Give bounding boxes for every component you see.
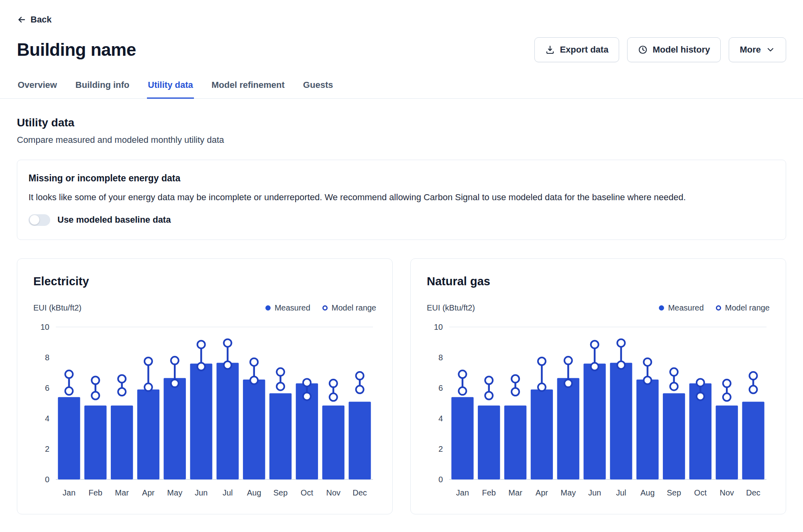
chevron-down-icon [766, 45, 775, 55]
svg-text:Apr: Apr [536, 488, 548, 497]
svg-text:Dec: Dec [353, 488, 367, 497]
chart-title: Electricity [33, 275, 376, 288]
back-label: Back [31, 14, 52, 25]
svg-text:Nov: Nov [326, 488, 340, 497]
natural-gas-chart: 0246810JanFebMarAprMayJunJulAugSepOctNov… [427, 318, 770, 504]
svg-text:10: 10 [41, 323, 49, 331]
title-row: Building name Export data Model history … [17, 37, 786, 62]
svg-text:Oct: Oct [301, 488, 314, 497]
svg-text:Sep: Sep [667, 488, 681, 497]
y-axis-label: EUI (kBtu/ft2) [427, 303, 475, 313]
legend-item-model-range: Model range [322, 303, 376, 313]
legend-measured-label: Measured [275, 303, 310, 313]
electricity-chart: 0246810JanFebMarAprMayJunJulAugSepOctNov… [33, 318, 376, 504]
arrow-left-icon [17, 15, 26, 24]
tab-utility-data[interactable]: Utility data [147, 76, 194, 99]
download-icon [545, 45, 555, 55]
electricity-chart-card: Electricity EUI (kBtu/ft2) Measured Mode… [17, 258, 393, 514]
tab-bar: Overview Building info Utility data Mode… [0, 76, 803, 99]
legend-item-measured: Measured [659, 303, 704, 313]
svg-text:6: 6 [45, 384, 49, 392]
alert-title: Missing or incomplete energy data [29, 173, 774, 184]
svg-text:6: 6 [438, 384, 443, 392]
svg-text:Mar: Mar [115, 488, 129, 497]
chart-meta-row: EUI (kBtu/ft2) Measured Model range [33, 303, 376, 313]
chart-meta-row: EUI (kBtu/ft2) Measured Model range [427, 303, 770, 313]
more-label: More [740, 45, 761, 55]
svg-text:8: 8 [438, 353, 443, 362]
svg-text:0: 0 [438, 475, 443, 484]
tab-building-info[interactable]: Building info [75, 76, 130, 99]
page-title: Building name [17, 40, 136, 60]
y-axis-label: EUI (kBtu/ft2) [33, 303, 82, 313]
model-history-button[interactable]: Model history [627, 37, 721, 62]
legend-model-range-label: Model range [332, 303, 376, 313]
model-range-dot-icon [322, 305, 328, 311]
svg-text:May: May [560, 488, 576, 497]
svg-text:Sep: Sep [273, 488, 288, 497]
svg-text:Aug: Aug [247, 488, 261, 497]
tab-guests[interactable]: Guests [302, 76, 334, 99]
use-modeled-baseline-toggle[interactable] [29, 214, 50, 226]
svg-text:8: 8 [45, 353, 49, 362]
svg-text:Jun: Jun [195, 488, 208, 497]
export-data-label: Export data [560, 45, 608, 55]
svg-text:Jul: Jul [616, 488, 626, 497]
measured-dot-icon [659, 305, 664, 311]
svg-text:Jul: Jul [222, 488, 233, 497]
legend-item-measured: Measured [265, 303, 310, 313]
svg-text:Feb: Feb [89, 488, 102, 497]
toggle-label: Use modeled baseline data [57, 215, 171, 225]
svg-text:Dec: Dec [746, 488, 760, 497]
clock-icon [638, 45, 648, 55]
section-subtitle: Compare measured and modeled monthly uti… [17, 135, 786, 145]
export-data-button[interactable]: Export data [534, 37, 619, 62]
svg-text:Nov: Nov [719, 488, 734, 497]
svg-text:Aug: Aug [640, 488, 655, 497]
legend-model-range-label: Model range [725, 303, 770, 313]
tab-model-refinement[interactable]: Model refinement [211, 76, 285, 99]
svg-text:Jan: Jan [63, 488, 75, 497]
svg-text:0: 0 [45, 475, 49, 484]
alert-body: It looks like some of your energy data m… [29, 191, 774, 204]
chart-title: Natural gas [427, 275, 770, 288]
chart-legend: Measured Model range [659, 303, 770, 313]
header-actions: Export data Model history More [534, 37, 786, 62]
svg-text:Mar: Mar [508, 488, 522, 497]
tab-overview[interactable]: Overview [17, 76, 58, 99]
missing-data-alert: Missing or incomplete energy data It loo… [17, 160, 786, 240]
svg-text:Oct: Oct [694, 488, 707, 497]
svg-text:Jun: Jun [588, 488, 601, 497]
chart-cards: Electricity EUI (kBtu/ft2) Measured Mode… [17, 258, 786, 514]
svg-text:4: 4 [45, 414, 49, 423]
svg-text:2: 2 [45, 445, 49, 453]
svg-text:4: 4 [438, 414, 443, 423]
section-head: Utility data Compare measured and modele… [17, 116, 786, 145]
model-range-dot-icon [716, 305, 721, 311]
legend-item-model-range: Model range [716, 303, 770, 313]
chart-legend: Measured Model range [265, 303, 376, 313]
svg-text:Jan: Jan [456, 488, 469, 497]
back-button[interactable]: Back [17, 14, 52, 25]
page: Back Building name Export data Model his… [0, 0, 803, 532]
measured-dot-icon [265, 305, 271, 311]
legend-measured-label: Measured [668, 303, 704, 313]
toggle-knob [30, 215, 39, 225]
svg-text:Apr: Apr [142, 488, 155, 497]
more-button[interactable]: More [729, 37, 786, 62]
section-title: Utility data [17, 116, 786, 129]
toggle-row: Use modeled baseline data [29, 214, 774, 226]
svg-text:Feb: Feb [482, 488, 496, 497]
model-history-label: Model history [652, 45, 710, 55]
svg-text:10: 10 [434, 323, 443, 331]
svg-text:2: 2 [438, 445, 443, 453]
natural-gas-chart-card: Natural gas EUI (kBtu/ft2) Measured Mode… [410, 258, 786, 514]
svg-text:May: May [167, 488, 182, 497]
